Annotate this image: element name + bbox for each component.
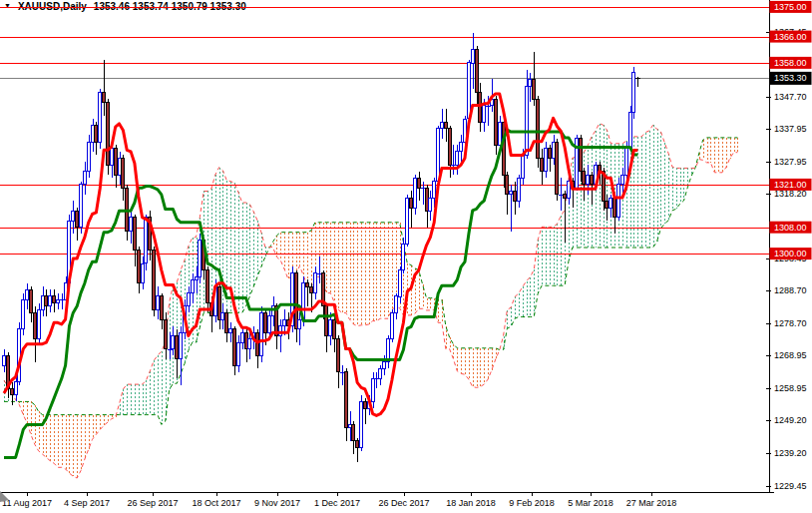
price-flag-red-label: 1321.00 [774,180,807,190]
price-flag-red-label: 1358.00 [774,58,807,68]
ichimoku-lines [4,94,637,458]
price-flag-red-label: 1308.00 [774,223,807,233]
x-tick-label: 18 Oct 2017 [192,498,240,508]
y-tick-label: 1249.20 [774,415,807,425]
price-axis[interactable]: 1367.451347.701337.951327.951318.201298.… [0,0,812,513]
y-tick-label: 1239.20 [774,448,807,458]
x-tick-label: 9 Nov 2017 [254,498,300,508]
current-price-flag-label: 1353.30 [774,73,807,83]
x-tick-label: 26 Sep 2017 [127,498,178,508]
x-tick-label: 9 Feb 2018 [509,498,555,508]
y-tick-label: 1288.70 [774,285,807,295]
y-tick-label: 1268.95 [774,350,807,360]
candles-layer [3,33,641,463]
x-tick-label: 11 Aug 2017 [2,498,52,508]
y-tick-label: 1327.95 [774,157,807,167]
price-flag-red-label: 1300.00 [774,249,807,258]
y-tick-label: 1258.95 [774,383,807,393]
y-tick-label: 1347.70 [774,92,807,102]
x-tick-label: 26 Dec 2017 [378,498,429,508]
x-tick-label: 5 Mar 2018 [568,498,613,508]
kijun-sen-line [4,130,637,457]
x-tick-label: 1 Dec 2017 [314,498,360,508]
price-flag-red-label: 1375.00 [774,2,807,12]
x-tick-label: 4 Sep 2017 [64,498,110,508]
y-tick-label: 1337.95 [774,124,807,134]
price-flag-red-label: 1366.00 [774,32,807,42]
x-tick-label: 27 Mar 2018 [626,498,677,508]
mt4-chart-window: ▼XAUUSD,Daily1353.46 1353.74 1350.79 135… [0,0,812,513]
y-tick-label: 1229.45 [774,481,807,491]
x-tick-label: 18 Jan 2018 [446,498,496,508]
y-tick-label: 1278.70 [774,318,807,328]
price-chart-canvas[interactable]: 1367.451347.701337.951327.951318.201298.… [0,0,812,513]
